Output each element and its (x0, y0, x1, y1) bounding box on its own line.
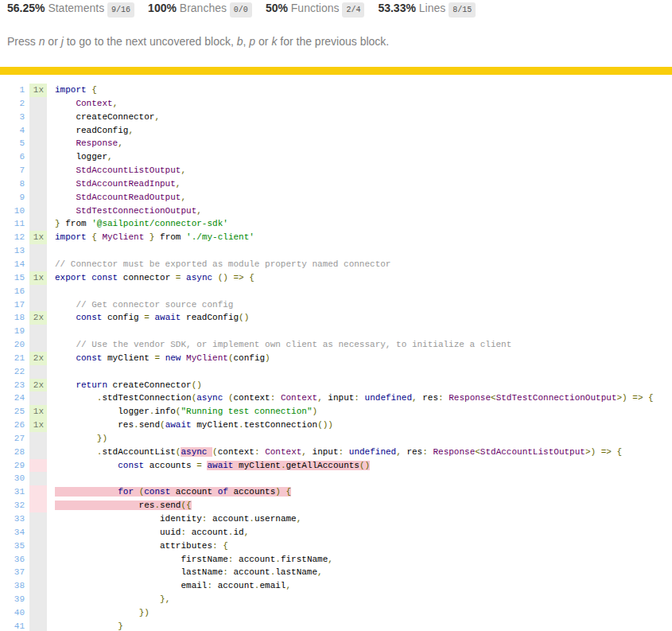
code-line: // Connector must be exported as module … (55, 258, 390, 271)
line-coverage-count (29, 566, 47, 579)
line-number[interactable]: 28 (0, 446, 25, 459)
line-number[interactable]: 7 (0, 164, 25, 177)
code-row: 39 }, (0, 593, 654, 606)
line-number[interactable]: 18 (0, 311, 25, 325)
line-number[interactable]: 23 (0, 379, 25, 392)
line-number[interactable]: 1 (0, 84, 25, 97)
line-number[interactable]: 38 (0, 579, 25, 593)
line-coverage-count: 2x (29, 379, 47, 392)
line-coverage-count (29, 526, 47, 539)
code-row: 9 StdAccountReadOutput, (0, 191, 654, 204)
line-number[interactable]: 13 (0, 244, 25, 258)
line-coverage-count: 1x (29, 405, 47, 419)
code-line: }, (55, 593, 170, 606)
line-number[interactable]: 14 (0, 258, 25, 271)
line-number[interactable]: 8 (0, 177, 25, 191)
line-number[interactable]: 17 (0, 298, 25, 312)
line-coverage-count (29, 459, 47, 473)
line-coverage-count (29, 258, 47, 271)
code-line: uuid: account.id, (55, 526, 249, 539)
code-row: 8 StdAccountReadInput, (0, 177, 654, 191)
code-row: 182x const config = await readConfig() (0, 311, 654, 325)
line-coverage-count (29, 137, 47, 150)
code-line: logger, (55, 150, 113, 164)
line-number[interactable]: 31 (0, 485, 25, 499)
hint-text: to go to the next uncovered block, (64, 35, 237, 48)
metric-fraction: 2/4 (342, 2, 364, 18)
code-row: 151xexport const connector = async () =>… (0, 271, 654, 285)
code-row: 37 lastName: account.lastName, (0, 566, 654, 579)
line-coverage-count (29, 606, 47, 620)
line-number[interactable]: 27 (0, 432, 25, 446)
line-number[interactable]: 3 (0, 111, 25, 124)
metric-label: Functions (291, 2, 340, 14)
line-number[interactable]: 15 (0, 271, 25, 285)
code-line: import { (55, 84, 97, 97)
line-number[interactable]: 39 (0, 593, 25, 606)
line-coverage-count (29, 499, 47, 512)
shortcut-key: p (249, 35, 255, 48)
code-line: .stdTestConnection(async (context: Conte… (55, 391, 654, 405)
line-number[interactable]: 40 (0, 606, 25, 620)
line-number[interactable]: 9 (0, 191, 25, 204)
line-number[interactable]: 6 (0, 150, 25, 164)
line-number[interactable]: 10 (0, 204, 25, 218)
code-line: const config = await readConfig() (55, 311, 249, 325)
code-line: firstName: account.firstName, (55, 553, 333, 567)
code-line: const myClient = new MyClient(config) (55, 352, 270, 365)
code-line: const accounts = await myClient.getAllAc… (55, 459, 370, 473)
line-number[interactable]: 5 (0, 137, 25, 150)
metric-statements: 56.25% Statements 9/16 (7, 2, 134, 14)
line-number[interactable]: 11 (0, 217, 25, 231)
keyboard-hint: Press n or j to go to the next uncovered… (7, 33, 389, 49)
code-line: readConfig, (55, 124, 134, 138)
line-coverage-count (29, 191, 47, 204)
line-coverage-count (29, 593, 47, 606)
line-coverage-count (29, 391, 47, 405)
line-number[interactable]: 41 (0, 620, 25, 631)
line-coverage-count (29, 512, 47, 526)
line-number[interactable]: 24 (0, 391, 25, 405)
line-number[interactable]: 20 (0, 338, 25, 352)
line-number[interactable]: 34 (0, 526, 25, 539)
line-number[interactable]: 37 (0, 566, 25, 579)
line-coverage-count: 1x (29, 231, 47, 244)
line-number[interactable]: 2 (0, 97, 25, 111)
line-number[interactable]: 33 (0, 512, 25, 526)
line-number[interactable]: 26 (0, 419, 25, 432)
coverage-report-page: { "metrics": [ {"pct": "56.25%", "label"… (0, 0, 672, 631)
line-number[interactable]: 19 (0, 325, 25, 338)
line-coverage-count (29, 244, 47, 258)
line-coverage-count (29, 164, 47, 177)
code-row: 34 uuid: account.id, (0, 526, 654, 539)
code-row: 33 identity: account.username, (0, 512, 654, 526)
code-row: 27 }) (0, 432, 654, 446)
line-number[interactable]: 30 (0, 472, 25, 485)
metric-lines: 53.33% Lines 8/15 (378, 2, 476, 14)
code-line: logger.info("Running test connection") (55, 405, 317, 419)
line-number[interactable]: 4 (0, 124, 25, 138)
line-coverage-count (29, 338, 47, 352)
code-row: 32 res.send({ (0, 499, 654, 512)
line-number[interactable]: 16 (0, 285, 25, 298)
metric-fraction: 8/15 (449, 2, 476, 18)
line-coverage-count (29, 325, 47, 338)
line-coverage-count (29, 124, 47, 138)
line-coverage-count (29, 432, 47, 446)
code-row: 20 // Use the vendor SDK, or implement o… (0, 338, 654, 352)
line-number[interactable]: 25 (0, 405, 25, 419)
line-number[interactable]: 36 (0, 553, 25, 567)
metric-value: 56.25% (7, 2, 48, 14)
line-number[interactable]: 32 (0, 499, 25, 512)
code-line: for (const account of accounts) { (55, 485, 291, 499)
line-number[interactable]: 35 (0, 539, 25, 553)
line-number[interactable]: 12 (0, 231, 25, 244)
code-row: 2 Context, (0, 97, 654, 111)
line-number[interactable]: 29 (0, 459, 25, 473)
line-number[interactable]: 22 (0, 365, 25, 379)
line-number[interactable]: 21 (0, 352, 25, 365)
code-line: StdAccountReadOutput, (55, 191, 186, 204)
hint-text: or (255, 35, 271, 48)
line-coverage-count (29, 177, 47, 191)
code-row: 7 StdAccountListOutput, (0, 164, 654, 177)
